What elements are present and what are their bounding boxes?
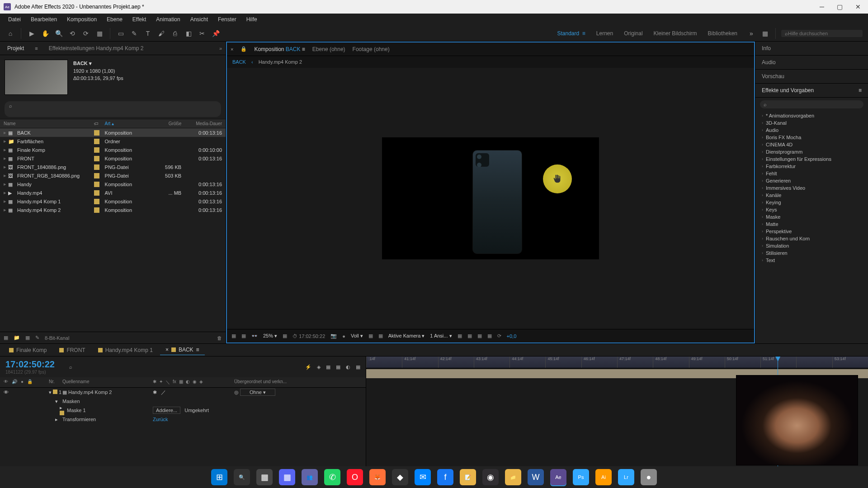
current-timecode[interactable]: 17:02:50:22 <box>5 359 55 370</box>
project-item[interactable]: ▸▦Finale KompKomposition0:00:10:00 <box>0 145 226 154</box>
project-item[interactable]: ▸🖼FRONT_RGB_1840886.pngPNG-Datei503 KB <box>0 171 226 180</box>
effect-category[interactable]: ›Generieren <box>755 177 868 184</box>
resolution[interactable]: Voll ▾ <box>351 333 363 339</box>
tab-effect-settings[interactable]: Effekteinstellungen Handy.mp4 Komp 2 <box>45 43 147 53</box>
twirl-icon[interactable]: ▸ <box>4 164 6 170</box>
timeline-row[interactable]: 👁▾ 1▦ Handy.mp4 Komp 2✱ ／◎ Ohne ▾ <box>0 388 366 397</box>
eraser-tool[interactable]: ◧ <box>184 28 193 38</box>
menu-ansicht[interactable]: Ansicht <box>186 14 212 24</box>
ruler-tick[interactable]: 48:14f <box>653 357 689 368</box>
effect-category[interactable]: ›* Animationsvorgaben <box>755 112 868 119</box>
effect-category[interactable]: ›Keying <box>755 199 868 206</box>
brush-tool[interactable]: 🖌 <box>156 28 166 38</box>
comp-tab-lock[interactable]: 🔒 <box>241 46 247 52</box>
interpret-footage-button[interactable]: ▦ <box>4 335 8 341</box>
magnification[interactable]: 25% ▾ <box>263 333 277 339</box>
workspace-bibliotheken[interactable]: Bibliotheken <box>703 28 743 38</box>
label-color[interactable] <box>94 190 99 196</box>
channel-button[interactable]: ● <box>342 333 345 339</box>
exposure-reset[interactable]: ⟳ <box>497 333 501 339</box>
menu-komposition[interactable]: Komposition <box>62 14 101 24</box>
grid-toggle[interactable]: ▦ <box>283 333 287 339</box>
selection-tool[interactable]: ▶ <box>27 28 37 38</box>
new-folder-button[interactable]: 📁 <box>14 335 20 341</box>
twirl-icon[interactable]: ▸ <box>4 181 6 187</box>
guides-toggle[interactable]: ▦ <box>378 333 383 339</box>
ruler-tick[interactable] <box>796 357 832 368</box>
ruler-tick[interactable]: 44:14f <box>509 357 545 368</box>
comp-mini-flow[interactable]: ⚡ <box>305 364 311 370</box>
panel-info[interactable]: Info <box>755 42 868 56</box>
project-item[interactable]: ▸▶Handy.mp4AVI... MB0:00:13:16 <box>0 188 226 197</box>
comp-canvas[interactable] <box>382 137 599 259</box>
label-color[interactable] <box>94 147 99 153</box>
taskbar-app-widgets[interactable]: ▦ <box>279 469 295 485</box>
comp-tab-close[interactable]: × <box>231 47 233 52</box>
ruler-tick[interactable]: 47:14f <box>617 357 653 368</box>
close-button[interactable]: ✕ <box>855 3 861 10</box>
home-tool[interactable]: ⌂ <box>5 28 15 38</box>
orbit-tool[interactable]: ⟲ <box>67 28 77 38</box>
rotate-tool[interactable]: ⟳ <box>81 28 91 38</box>
parent-pick[interactable]: ◎ <box>234 389 239 395</box>
switch-3d[interactable]: ◈ <box>199 379 203 385</box>
help-search[interactable]: ⌕ <box>781 30 863 37</box>
ruler-tick[interactable]: 50:14f <box>725 357 760 368</box>
shape-tool[interactable]: ▭ <box>116 28 126 38</box>
switch-collapse[interactable]: ✦ <box>159 379 163 385</box>
label-color[interactable] <box>94 199 99 204</box>
workspace-more[interactable]: » <box>746 28 756 38</box>
panel-more[interactable]: » <box>219 46 222 51</box>
taskbar-app-ps[interactable]: Ps <box>573 469 589 485</box>
tab-composition[interactable]: Komposition BACK ≡ <box>254 46 305 52</box>
frame-blend[interactable]: ▦ <box>336 364 340 370</box>
adjustment-button[interactable]: ✎ <box>35 335 39 341</box>
label-color[interactable] <box>53 389 57 394</box>
camera-select[interactable]: Aktive Kamera ▾ <box>388 333 425 339</box>
switch-shy[interactable]: ✱ <box>153 379 156 385</box>
comp-name[interactable]: BACK ▾ <box>73 60 123 67</box>
twirl-icon[interactable]: ▸ <box>4 198 6 204</box>
effect-category[interactable]: ›Matte <box>755 221 868 228</box>
maximize-button[interactable]: ▢ <box>837 3 843 10</box>
lock-toggle-icon[interactable]: 🔒 <box>27 379 33 385</box>
panel-preview[interactable]: Vorschau <box>755 70 868 84</box>
effect-category[interactable]: ›3D-Kanal <box>755 119 868 127</box>
taskbar-app-search[interactable]: 🔍 <box>234 469 250 485</box>
workspace-kleiner-bildschirm[interactable]: Kleiner Bildschirm <box>648 28 703 38</box>
parent-select[interactable]: Ohne ▾ <box>240 389 275 396</box>
twirl-icon[interactable]: ▸ <box>4 207 6 213</box>
taskbar-app-ai[interactable]: Ai <box>595 469 612 485</box>
effect-category[interactable]: ›Einstellungen für Expressions <box>755 155 868 163</box>
visibility-toggle[interactable]: 👁 <box>4 389 9 395</box>
label-color[interactable] <box>94 207 99 213</box>
project-search-input[interactable] <box>9 108 217 115</box>
switch-fx[interactable]: fx <box>173 379 176 385</box>
region-toggle[interactable]: ▦ <box>368 333 373 339</box>
timeline-tab[interactable]: FRONT <box>54 345 90 355</box>
taskbar-app-opera[interactable]: O <box>347 469 363 485</box>
taskbar-app-files[interactable]: 📁 <box>505 469 521 485</box>
timeline-tab[interactable]: Finale Komp <box>4 345 52 355</box>
switch-motionblur[interactable]: ◐ <box>186 379 190 385</box>
taskbar-app-notes[interactable]: 📝 <box>460 469 476 485</box>
timeline-row[interactable]: ▸ Maske 1Addiere... Umgekehrt <box>0 406 366 415</box>
menu-effekt[interactable]: Effekt <box>128 14 151 24</box>
taskbar-app-win[interactable]: ⊞ <box>211 469 227 485</box>
breadcrumb-child[interactable]: Handy.mp4 Komp 2 <box>259 59 302 65</box>
pen-tool[interactable]: ✎ <box>129 28 139 38</box>
menu-ebene[interactable]: Ebene <box>102 14 127 24</box>
panel-audio[interactable]: Audio <box>755 56 868 70</box>
clone-tool[interactable]: ⎙ <box>170 28 180 38</box>
effect-category[interactable]: ›CINEMA 4D <box>755 141 868 148</box>
label-color[interactable] <box>94 139 99 144</box>
header-name[interactable]: Name <box>4 121 94 126</box>
time-ruler[interactable]: :14f41:14f42:14f43:14f44:14f45:14f46:14f… <box>366 357 868 368</box>
project-item[interactable]: ▸▦FRONTKomposition0:00:13:16 <box>0 154 226 163</box>
header-number[interactable]: Nr. <box>49 379 62 385</box>
taskbar-app-teams[interactable]: 👥 <box>302 469 318 485</box>
workspace-original[interactable]: Original <box>618 28 648 38</box>
views-select[interactable]: 1 Ansi... ▾ <box>430 333 452 339</box>
ruler-tick[interactable]: 46:14f <box>581 357 617 368</box>
hand-tool[interactable]: ✋ <box>40 28 50 38</box>
